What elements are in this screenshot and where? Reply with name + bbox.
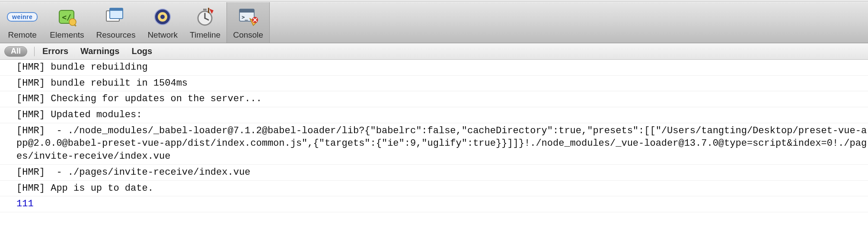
- console-log-line: [HMR] Checking for updates on the server…: [0, 91, 868, 107]
- tab-console[interactable]: >_ Console: [227, 2, 270, 43]
- tab-timeline-label: Timeline: [190, 29, 220, 41]
- filter-errors-button[interactable]: Errors: [42, 46, 68, 56]
- console-icon: >_: [237, 6, 259, 27]
- filter-all-button[interactable]: All: [4, 46, 27, 57]
- resources-icon: [104, 6, 128, 27]
- network-icon: [152, 6, 173, 27]
- tab-resources-label: Resources: [96, 29, 136, 41]
- console-log-line: [HMR] bundle rebuilding: [0, 60, 868, 76]
- tab-resources[interactable]: Resources: [90, 2, 142, 43]
- timeline-icon: [195, 6, 216, 28]
- console-log-line: [HMR] App is up to date.: [0, 181, 868, 197]
- tab-console-label: Console: [233, 29, 263, 41]
- weinre-badge-icon: weinre: [7, 12, 38, 22]
- console-log-line: [HMR] - ./pages/invite-receive/index.vue: [0, 165, 868, 181]
- tab-remote[interactable]: weinre Remote: [1, 2, 44, 43]
- svg-rect-6: [110, 8, 123, 11]
- tab-elements-label: Elements: [50, 29, 84, 41]
- console-log-line: [HMR] bundle rebuilt in 1504ms: [0, 76, 868, 92]
- elements-icon: </: [57, 7, 77, 27]
- console-log-line: 111: [0, 196, 868, 212]
- tab-elements[interactable]: </ Elements: [44, 2, 90, 43]
- filter-warnings-button[interactable]: Warnings: [80, 46, 119, 56]
- main-toolbar: weinre Remote </ Elements Resources: [0, 2, 868, 43]
- console-filter-bar: All Errors Warnings Logs: [0, 43, 868, 60]
- svg-rect-14: [203, 9, 207, 10]
- svg-rect-17: [239, 9, 254, 13]
- svg-rect-15: [208, 8, 209, 13]
- svg-point-9: [160, 15, 165, 19]
- tab-network[interactable]: Network: [141, 2, 184, 43]
- svg-text:>_: >_: [242, 14, 248, 21]
- tab-remote-label: Remote: [8, 29, 37, 41]
- console-log-line: [HMR] Updated modules:: [0, 107, 868, 123]
- filter-logs-button[interactable]: Logs: [131, 46, 152, 56]
- console-log-area[interactable]: [HMR] bundle rebuilding[HMR] bundle rebu…: [0, 60, 868, 212]
- tab-timeline[interactable]: Timeline: [184, 2, 227, 43]
- filter-separator: [34, 47, 35, 56]
- tab-network-label: Network: [147, 29, 178, 41]
- console-log-line: [HMR] - ./node_modules/_babel-loader@7.1…: [0, 123, 868, 165]
